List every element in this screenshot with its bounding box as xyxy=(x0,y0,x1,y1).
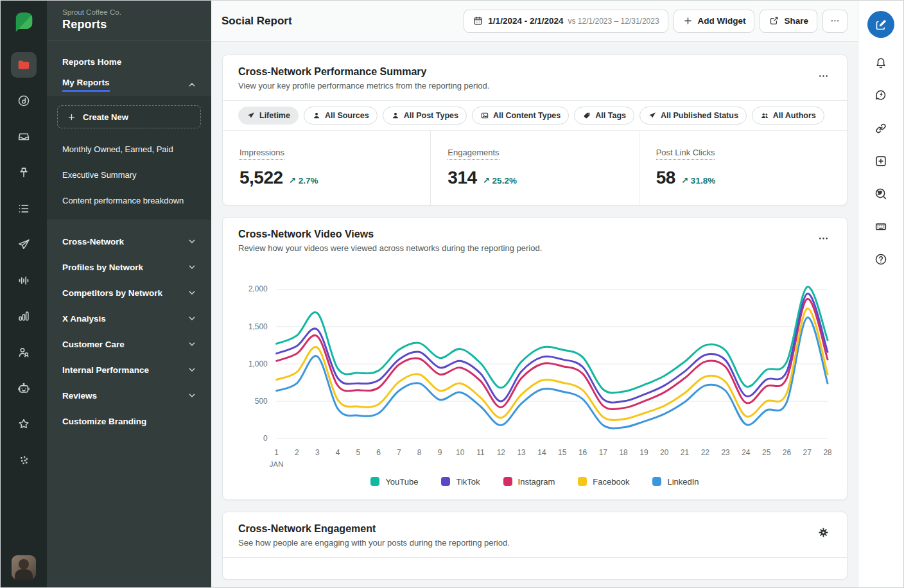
metric-label[interactable]: Post Link Clicks xyxy=(656,148,715,160)
topbar-more-button[interactable] xyxy=(822,10,848,33)
sidebar-report-item[interactable]: Monthly Owned, Earned, Paid xyxy=(47,136,211,162)
svg-text:1,000: 1,000 xyxy=(248,359,268,368)
rail-item-publishing[interactable] xyxy=(11,232,37,257)
svg-text:20: 20 xyxy=(660,448,669,457)
filter-chip-all-authors[interactable]: All Authors xyxy=(752,107,824,125)
performance-summary-card: Cross-Network Performance Summary View y… xyxy=(222,55,848,205)
sidebar-section-competitors-by-network[interactable]: Competitors by Network xyxy=(47,280,211,306)
topbar: Social Report 1/1/2024 - 2/1/2024 vs 12/… xyxy=(211,1,858,42)
sidebar-report-item[interactable]: Content performance breakdown xyxy=(47,187,211,213)
engagement-card: Cross-Network Engagement See how people … xyxy=(222,512,848,580)
rail-item-bot[interactable] xyxy=(11,376,37,401)
legend-item-instagram[interactable]: Instagram xyxy=(503,477,555,487)
sidebar-title: Reports xyxy=(62,18,196,31)
rail-item-listening[interactable] xyxy=(11,268,37,293)
add-widget-button[interactable]: Add Widget xyxy=(674,10,755,33)
sidebar-item-my-reports[interactable]: My Reports xyxy=(47,73,211,96)
rail-item-star[interactable] xyxy=(11,411,37,437)
chevron-down-icon xyxy=(187,313,197,324)
rail-item-apps[interactable] xyxy=(11,447,37,473)
sidebar-report-item[interactable]: Executive Summary xyxy=(47,162,211,187)
svg-text:7: 7 xyxy=(397,448,401,457)
person-icon xyxy=(391,111,400,120)
engagement-subtitle: See how people are engaging with your po… xyxy=(238,538,510,548)
user-avatar[interactable] xyxy=(12,555,36,580)
rail-item-audience[interactable] xyxy=(11,340,37,365)
link-icon xyxy=(874,121,888,135)
pin-icon xyxy=(17,166,31,180)
main-area: Social Report 1/1/2024 - 2/1/2024 vs 12/… xyxy=(211,1,858,587)
compose-button[interactable] xyxy=(867,11,894,38)
apps-icon xyxy=(17,453,31,467)
filter-chip-all-tags[interactable]: All Tags xyxy=(574,107,634,125)
metric-label[interactable]: Impressions xyxy=(239,148,284,160)
chevron-down-icon xyxy=(187,339,197,349)
create-new-label: Create New xyxy=(83,112,128,122)
video-views-card: Cross-Network Video Views Review how you… xyxy=(222,217,848,500)
right-rail-keyboard-button[interactable] xyxy=(873,218,889,235)
engagement-filters-row xyxy=(223,557,847,579)
svg-text:13: 13 xyxy=(517,448,526,457)
legend-item-tiktok[interactable]: TikTok xyxy=(441,477,480,487)
page-title: Social Report xyxy=(222,15,292,28)
sidebar-item-reports-home[interactable]: Reports Home xyxy=(47,50,211,73)
more-icon xyxy=(817,70,830,82)
svg-text:8: 8 xyxy=(417,448,422,457)
left-rail xyxy=(1,1,47,587)
legend-item-facebook[interactable]: Facebook xyxy=(578,477,629,487)
sidebar-section-cross-network[interactable]: Cross-Network xyxy=(47,229,211,254)
my-reports-panel: Create New Monthly Owned, Earned, PaidEx… xyxy=(47,96,211,220)
chevron-down-icon xyxy=(187,262,197,272)
audience-icon xyxy=(17,345,31,359)
legend-item-linkedin[interactable]: LinkedIn xyxy=(652,477,699,487)
summary-title: Cross-Network Performance Summary xyxy=(238,66,489,78)
rail-item-inbox[interactable] xyxy=(11,124,37,150)
svg-text:26: 26 xyxy=(783,448,792,457)
svg-text:JAN: JAN xyxy=(270,460,284,468)
sidebar-section-customer-care[interactable]: Customer Care xyxy=(47,331,211,357)
right-rail-link-button[interactable] xyxy=(873,120,889,137)
sidebar-section-customize-branding[interactable]: Customize Branding xyxy=(47,408,211,434)
filter-chip-all-post-types[interactable]: All Post Types xyxy=(383,107,467,125)
filter-chip-lifetime[interactable]: Lifetime xyxy=(238,107,299,125)
sprout-logo-icon[interactable] xyxy=(11,10,37,35)
right-rail-help-button[interactable] xyxy=(873,251,889,268)
filter-chip-all-published-status[interactable]: All Published Status xyxy=(639,107,747,125)
chevron-down-icon xyxy=(187,288,197,298)
bird-search-icon xyxy=(874,187,888,201)
right-rail-square-plus-button[interactable] xyxy=(873,153,889,169)
sidebar-section-profiles-by-network[interactable]: Profiles by Network xyxy=(47,254,211,280)
legend-item-youtube[interactable]: YouTube xyxy=(370,477,418,487)
metric-label[interactable]: Engagements xyxy=(448,148,499,160)
right-rail-chat-lightning-button[interactable] xyxy=(873,87,889,104)
svg-text:9: 9 xyxy=(438,448,442,457)
compose-icon xyxy=(874,18,888,31)
filter-chip-all-sources[interactable]: All Sources xyxy=(304,107,378,125)
create-new-button[interactable]: Create New xyxy=(57,105,201,128)
filter-chip-all-content-types[interactable]: All Content Types xyxy=(472,107,569,125)
right-rail-bird-search-button[interactable] xyxy=(873,186,889,202)
sidebar-section-internal-performance[interactable]: Internal Performance xyxy=(47,357,211,383)
svg-text:21: 21 xyxy=(681,448,690,457)
right-rail-bell-button[interactable] xyxy=(873,55,889,71)
settings-gear-button[interactable] xyxy=(813,523,833,542)
rail-item-discover[interactable] xyxy=(11,88,37,114)
video-views-more-button[interactable] xyxy=(813,229,833,248)
gear-icon xyxy=(817,526,830,539)
rail-item-analytics[interactable] xyxy=(11,304,37,329)
share-button[interactable]: Share xyxy=(760,10,817,33)
date-range-button[interactable]: 1/1/2024 - 2/1/2024 vs 12/1/2023 – 12/31… xyxy=(464,10,668,33)
metric-value: 58 xyxy=(656,168,675,188)
rail-item-folder[interactable] xyxy=(11,52,37,78)
right-rail xyxy=(858,1,903,587)
sidebar-section-x-analysis[interactable]: X Analysis xyxy=(47,306,211,331)
keyboard-icon xyxy=(874,220,888,234)
tag-icon xyxy=(582,111,591,120)
summary-more-button[interactable] xyxy=(813,66,833,85)
summary-subtitle: View your key profile performance metric… xyxy=(238,81,489,91)
svg-text:10: 10 xyxy=(456,448,465,457)
rail-item-pin[interactable] xyxy=(11,160,37,186)
video-views-title: Cross-Network Video Views xyxy=(238,229,542,240)
rail-item-feed[interactable] xyxy=(11,196,37,221)
sidebar-section-reviews[interactable]: Reviews xyxy=(47,383,211,408)
